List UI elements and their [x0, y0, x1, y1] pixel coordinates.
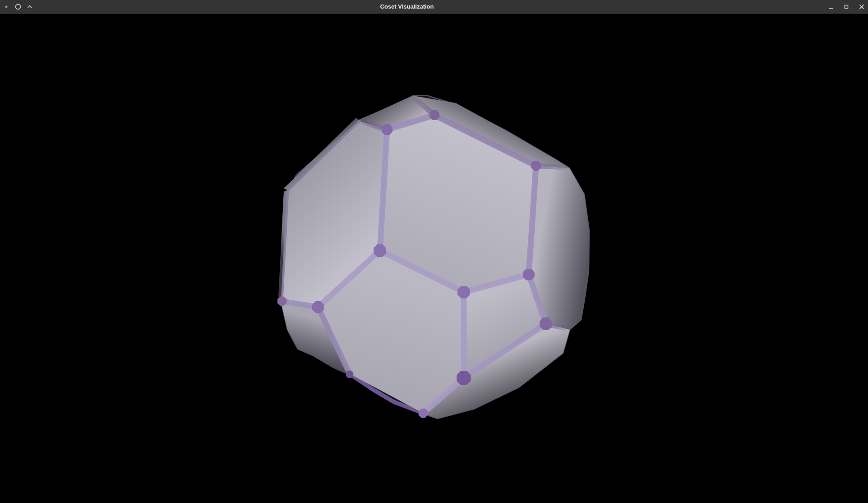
vertex-y1 [277, 297, 286, 306]
vertex-f [523, 269, 535, 280]
circle-icon[interactable] [14, 3, 22, 10]
minimize-button[interactable] [827, 3, 835, 10]
titlebar[interactable]: Coset Visualization [0, 0, 868, 14]
dot-icon[interactable] [3, 3, 10, 10]
vertex-a [382, 124, 392, 135]
app-window: Coset Visualization [0, 0, 868, 503]
vertex-c [531, 161, 541, 171]
maximize-button[interactable] [843, 3, 850, 10]
vertex-i [457, 371, 471, 385]
vertex-j [419, 409, 428, 418]
vertex-d [374, 244, 386, 257]
vertex-h [540, 317, 552, 330]
vertex-e [457, 286, 470, 298]
window-title: Coset Visualization [0, 0, 814, 14]
chevron-up-icon[interactable] [26, 3, 33, 10]
scene-svg [0, 0, 868, 503]
vertex-b [429, 110, 439, 120]
viewport-3d[interactable] [0, 0, 868, 503]
vertex-x [346, 371, 354, 378]
close-button[interactable] [858, 3, 865, 10]
window-controls [827, 0, 865, 14]
vertex-g [312, 301, 324, 313]
